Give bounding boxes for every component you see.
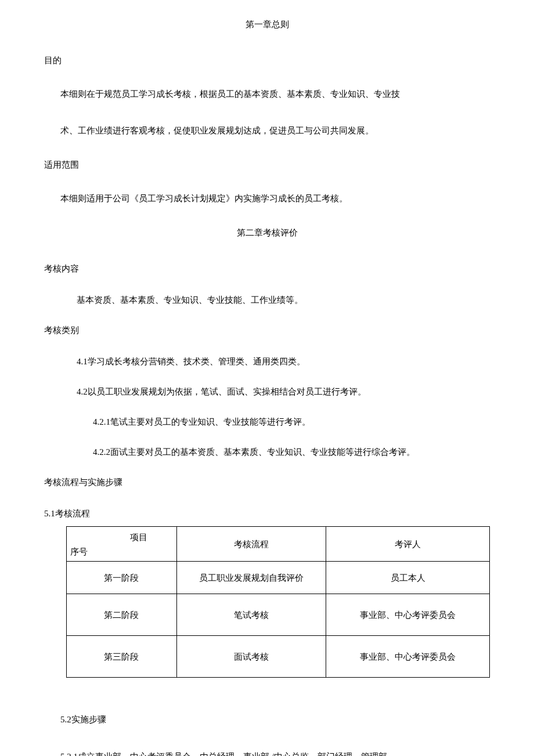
diag-bottom-label: 序号 — [70, 545, 88, 559]
chapter-2-title: 第二章考核评价 — [44, 226, 490, 240]
cell-reviewer: 事业部、中心考评委员会 — [326, 636, 490, 678]
table-row: 第三阶段 面试考核 事业部、中心考评委员会 — [67, 636, 490, 678]
item-4-2: 4.2以员工职业发展规划为依据，笔试、面试、实操相结合对员工进行考评。 — [77, 385, 490, 399]
table-header-diagonal: 项目 序号 — [67, 527, 177, 562]
cell-reviewer: 员工本人 — [326, 562, 490, 594]
section-scope-label: 适用范围 — [44, 158, 490, 172]
item-5-2-label: 5.2实施步骤 — [60, 712, 490, 726]
diag-top-label: 项目 — [130, 530, 147, 544]
table-header-process: 考核流程 — [176, 527, 326, 562]
cell-stage: 第三阶段 — [67, 636, 177, 678]
purpose-line-2: 术、工作业绩进行客观考核，促使职业发展规划达成，促进员工与公司共同发展。 — [60, 121, 490, 140]
cell-stage: 第一阶段 — [67, 562, 177, 594]
scope-line-1: 本细则适用于公司《员工学习成长计划规定》内实施学习成长的员工考核。 — [60, 189, 490, 208]
content-line-1: 基本资质、基本素质、专业知识、专业技能、工作业绩等。 — [77, 293, 490, 307]
section-category-label: 考核类别 — [44, 323, 490, 337]
cell-reviewer: 事业部、中心考评委员会 — [326, 594, 490, 636]
item-5-1-label: 5.1考核流程 — [44, 507, 490, 520]
cell-process: 笔试考核 — [176, 594, 326, 636]
section-process-label: 考核流程与实施步骤 — [44, 475, 490, 489]
purpose-line-1: 本细则在于规范员工学习成长考核，根据员工的基本资质、基本素质、专业知识、专业技 — [60, 85, 490, 104]
cell-process: 面试考核 — [176, 636, 326, 678]
cell-stage: 第二阶段 — [67, 594, 177, 636]
section-purpose-label: 目的 — [44, 53, 490, 67]
item-4-2-2: 4.2.2面试主要对员工的基本资质、基本素质、专业知识、专业技能等进行综合考评。 — [93, 445, 490, 459]
item-4-2-1: 4.2.1笔试主要对员工的专业知识、专业技能等进行考评。 — [93, 415, 490, 429]
cell-process: 员工职业发展规划自我评价 — [176, 562, 326, 594]
process-table: 项目 序号 考核流程 考评人 第一阶段 员工职业发展规划自我评价 员工本人 第二… — [66, 526, 490, 678]
item-4-1: 4.1学习成长考核分营销类、技术类、管理类、通用类四类。 — [77, 355, 490, 368]
table-row: 第一阶段 员工职业发展规划自我评价 员工本人 — [67, 562, 490, 594]
table-row: 第二阶段 笔试考核 事业部、中心考评委员会 — [67, 594, 490, 636]
chapter-1-title: 第一章总则 — [44, 17, 490, 31]
section-content-label: 考核内容 — [44, 262, 490, 276]
item-5-2-1-line-a: 5.2.1成立事业部、中心考评委员会，由总经理、事业部 /中心总监、部门经理、管… — [60, 744, 490, 756]
table-header-reviewer: 考评人 — [326, 527, 490, 562]
